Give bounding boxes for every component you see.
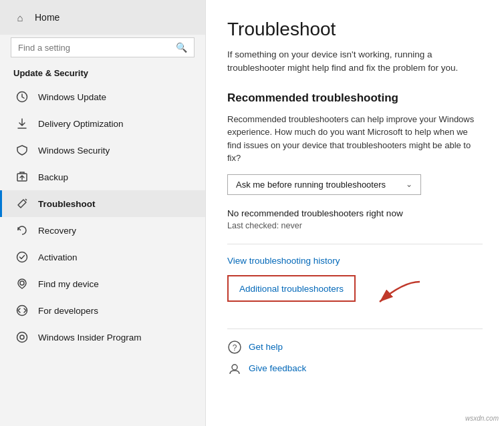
give-feedback-icon: [227, 361, 242, 376]
svg-text:?: ?: [233, 343, 237, 353]
dropdown-arrow-icon: ⌄: [406, 180, 412, 189]
sidebar-home-button[interactable]: ⌂ Home: [0, 0, 205, 35]
home-label: Home: [35, 12, 59, 23]
page-title: Troubleshoot: [227, 19, 483, 40]
rec-description: Recommended troubleshooters can help imp…: [227, 113, 483, 165]
search-box[interactable]: 🔍: [11, 37, 195, 57]
get-help-icon: ?: [227, 340, 242, 355]
for-developers-icon: [15, 304, 29, 317]
svg-point-6: [17, 333, 27, 343]
sidebar-item-label-troubleshoot: Troubleshoot: [38, 199, 96, 209]
give-feedback-label: Give feedback: [249, 363, 306, 373]
sidebar-item-activation[interactable]: Activation: [0, 244, 205, 270]
additional-troubleshooters-row: Additional troubleshooters: [227, 275, 483, 315]
sidebar: ⌂ Home 🔍 Update & Security Windows Updat…: [0, 0, 206, 426]
sidebar-item-label-find-my-device: Find my device: [38, 279, 99, 289]
sidebar-item-backup[interactable]: Backup: [0, 164, 205, 190]
sidebar-item-windows-update[interactable]: Windows Update: [0, 83, 205, 110]
sidebar-item-for-developers[interactable]: For developers: [0, 297, 205, 324]
sidebar-item-label-for-developers: For developers: [38, 306, 98, 316]
windows-update-icon: [15, 90, 29, 103]
recovery-icon: [15, 224, 29, 237]
sidebar-item-find-my-device[interactable]: Find my device: [0, 270, 205, 297]
backup-icon: [15, 170, 29, 184]
home-icon: ⌂: [13, 11, 27, 24]
get-help-link[interactable]: ? Get help: [227, 340, 483, 355]
intro-text: If something on your device isn't workin…: [227, 48, 481, 75]
sidebar-item-troubleshoot[interactable]: Troubleshoot: [0, 190, 205, 217]
sidebar-item-label-activation: Activation: [38, 252, 78, 262]
divider: [227, 244, 483, 244]
find-my-device-icon: [15, 277, 29, 290]
get-help-label: Get help: [249, 342, 283, 352]
windows-security-icon: [15, 144, 29, 157]
sidebar-item-label-recovery: Recovery: [38, 226, 76, 236]
no-troubleshooters-text: No recommended troubleshooters right now: [227, 208, 483, 218]
additional-troubleshooters-box[interactable]: Additional troubleshooters: [227, 275, 356, 302]
troubleshoot-icon: [15, 197, 29, 210]
sidebar-item-label-backup: Backup: [38, 172, 68, 182]
activation-icon: [15, 250, 29, 264]
give-feedback-link[interactable]: Give feedback: [227, 361, 483, 376]
watermark: wsxdn.com: [465, 415, 499, 422]
delivery-optimization-icon: [15, 117, 29, 130]
section-title: Update & Security: [0, 65, 205, 83]
last-checked-text: Last checked: never: [227, 221, 483, 230]
divider-2: [227, 329, 483, 329]
sidebar-item-label-windows-security: Windows Security: [38, 146, 110, 156]
additional-troubleshooters-label: Additional troubleshooters: [239, 284, 344, 294]
search-input[interactable]: [18, 43, 170, 53]
sidebar-item-delivery-optimization[interactable]: Delivery Optimization: [0, 110, 205, 137]
rec-section-heading: Recommended troubleshooting: [227, 91, 483, 105]
nav-list: Windows UpdateDelivery OptimizationWindo…: [0, 83, 205, 351]
dropdown-label: Ask me before running troubleshooters: [236, 180, 386, 190]
svg-point-3: [17, 252, 27, 262]
sidebar-item-label-windows-update: Windows Update: [38, 92, 106, 102]
main-content: Troubleshoot If something on your device…: [206, 0, 504, 426]
sidebar-item-label-windows-insider: Windows Insider Program: [38, 333, 142, 343]
windows-insider-icon: [15, 331, 29, 344]
svg-point-7: [20, 335, 24, 339]
search-icon: 🔍: [176, 42, 187, 53]
bottom-links: ? Get help Give feedback: [227, 340, 483, 376]
red-arrow-annotation: [366, 278, 426, 312]
view-history-link[interactable]: View troubleshooting history: [227, 256, 340, 266]
svg-point-11: [232, 365, 237, 370]
sidebar-item-label-delivery-optimization: Delivery Optimization: [38, 119, 124, 129]
sidebar-item-windows-security[interactable]: Windows Security: [0, 137, 205, 164]
svg-point-4: [20, 281, 24, 285]
sidebar-item-windows-insider[interactable]: Windows Insider Program: [0, 324, 205, 351]
sidebar-item-recovery[interactable]: Recovery: [0, 217, 205, 244]
troubleshoot-dropdown[interactable]: Ask me before running troubleshooters ⌄: [227, 174, 421, 195]
